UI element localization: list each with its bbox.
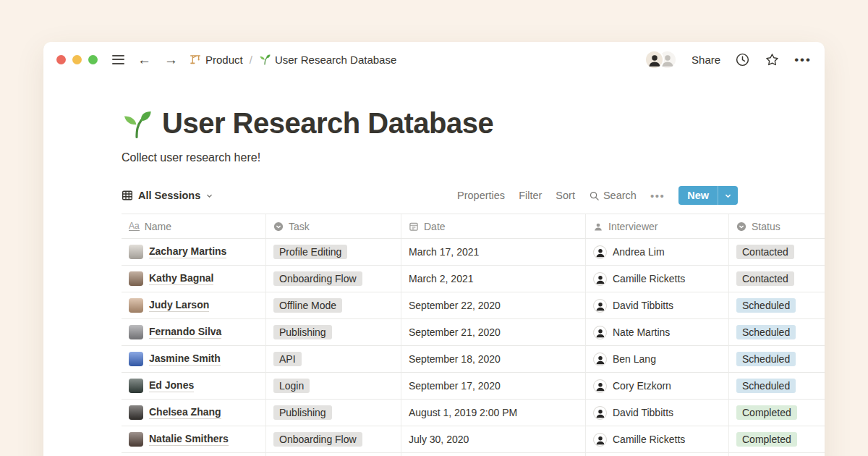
- page-description[interactable]: Collect user research here!: [122, 151, 825, 164]
- column-header-name[interactable]: Aa Name: [122, 214, 266, 238]
- interviewer-avatar: [593, 299, 607, 313]
- breadcrumb: Product / User Research Database: [190, 54, 396, 66]
- date-value: September 21, 2020: [409, 326, 501, 338]
- view-selector-label: All Sessions: [138, 190, 200, 201]
- menu-icon[interactable]: [112, 55, 124, 64]
- status-cell[interactable]: Scheduled: [729, 346, 825, 373]
- status-cell[interactable]: Contacted: [729, 266, 825, 292]
- seedling-icon[interactable]: [122, 109, 152, 139]
- column-header-task[interactable]: Task: [266, 214, 401, 238]
- status-cell[interactable]: Scheduled: [729, 319, 825, 346]
- page-title[interactable]: User Research Database: [162, 107, 493, 140]
- interviewer-cell[interactable]: Camille Ricketts: [586, 266, 729, 292]
- column-header-date[interactable]: Date: [401, 214, 586, 238]
- date-value: March 17, 2021: [409, 246, 479, 258]
- new-button-label[interactable]: New: [678, 186, 718, 205]
- new-button[interactable]: New: [678, 186, 738, 205]
- name-cell[interactable]: Jasmine Smith: [122, 346, 266, 373]
- task-cell[interactable]: Onboarding Flow: [266, 266, 401, 292]
- task-cell[interactable]: Offline Mode: [266, 292, 401, 319]
- person-photo-avatar: [129, 432, 143, 447]
- person-page-link[interactable]: Judy Larson: [149, 299, 209, 312]
- name-cell[interactable]: Natalie Smithers: [122, 426, 266, 453]
- name-cell[interactable]: Judy Larson: [122, 292, 266, 319]
- status-tag: Completed: [736, 432, 797, 447]
- status-cell[interactable]: Scheduled: [729, 292, 825, 319]
- date-cell[interactable]: July 30, 2020: [401, 426, 586, 453]
- new-button-caret[interactable]: [718, 186, 738, 205]
- breadcrumb-page[interactable]: User Research Database: [259, 54, 396, 66]
- date-cell[interactable]: September 21, 2020: [401, 319, 586, 346]
- collaborator-avatar[interactable]: [644, 50, 664, 69]
- task-cell[interactable]: Publishing: [266, 400, 401, 426]
- task-cell[interactable]: Onboarding Flow: [266, 426, 401, 453]
- interviewer-name: David Tibbitts: [613, 407, 673, 418]
- more-options-icon[interactable]: •••: [794, 54, 812, 66]
- date-cell[interactable]: March 17, 2021: [401, 239, 586, 266]
- date-cell[interactable]: September 22, 2020: [401, 292, 586, 319]
- properties-button[interactable]: Properties: [457, 190, 505, 201]
- name-cell[interactable]: Fernando Silva: [122, 319, 266, 346]
- task-cell[interactable]: API: [266, 346, 401, 373]
- zoom-window-button[interactable]: [88, 55, 98, 64]
- person-page-link[interactable]: Jasmine Smith: [149, 352, 221, 366]
- chevron-down-icon: [724, 192, 732, 200]
- interviewer-cell[interactable]: David Tibbitts: [586, 292, 729, 319]
- name-cell[interactable]: Ed Jones: [122, 373, 266, 400]
- column-label: Status: [752, 221, 780, 232]
- date-value: March 2, 2021: [409, 273, 474, 284]
- select-icon: [273, 221, 284, 232]
- name-cell[interactable]: Kathy Bagnal: [122, 266, 266, 292]
- person-page-link[interactable]: Ed Jones: [149, 379, 194, 392]
- status-cell[interactable]: Scheduled: [729, 373, 825, 400]
- status-cell[interactable]: Completed: [729, 400, 825, 426]
- share-button[interactable]: Share: [692, 54, 720, 66]
- person-page-link[interactable]: Chelsea Zhang: [149, 406, 221, 419]
- sort-button[interactable]: Sort: [556, 190, 575, 201]
- status-cell[interactable]: Completed: [729, 426, 825, 453]
- forward-arrow-icon[interactable]: →: [164, 53, 178, 67]
- interviewer-cell[interactable]: Ben Lang: [586, 346, 729, 373]
- task-cell[interactable]: Publishing: [266, 319, 401, 346]
- collaborator-avatars: [644, 50, 677, 69]
- breadcrumb-page-label: User Research Database: [275, 54, 396, 66]
- table-partial-row: [122, 453, 825, 456]
- date-cell[interactable]: March 2, 2021: [401, 266, 586, 292]
- filter-button[interactable]: Filter: [519, 190, 542, 201]
- interviewer-cell[interactable]: Camille Ricketts: [586, 426, 729, 453]
- name-cell[interactable]: Chelsea Zhang: [122, 400, 266, 426]
- task-cell[interactable]: Login: [266, 373, 401, 400]
- calendar-icon: [409, 221, 419, 232]
- view-more-icon[interactable]: •••: [650, 190, 665, 201]
- interviewer-cell[interactable]: Cory Etzkorn: [586, 373, 729, 400]
- status-tag: Scheduled: [736, 379, 796, 393]
- task-tag: Login: [273, 379, 310, 393]
- breadcrumb-workspace[interactable]: Product: [190, 54, 243, 66]
- column-header-interviewer[interactable]: Interviewer: [586, 214, 729, 238]
- person-page-link[interactable]: Fernando Silva: [149, 326, 221, 339]
- person-page-link[interactable]: Zachary Martins: [149, 245, 226, 258]
- interviewer-name: Camille Ricketts: [613, 434, 685, 445]
- star-icon[interactable]: [765, 52, 780, 67]
- interviewer-cell[interactable]: Andrea Lim: [586, 239, 729, 266]
- minimize-window-button[interactable]: [72, 55, 82, 64]
- person-page-link[interactable]: Kathy Bagnal: [149, 272, 213, 285]
- status-cell[interactable]: Contacted: [729, 239, 825, 266]
- clock-icon[interactable]: [735, 52, 750, 67]
- column-header-status[interactable]: Status: [729, 214, 825, 238]
- date-cell[interactable]: August 1, 2019 2:00 PM: [401, 400, 586, 426]
- interviewer-avatar: [593, 272, 607, 286]
- interviewer-cell[interactable]: Nate Martins: [586, 319, 729, 346]
- task-cell[interactable]: Profile Editing: [266, 239, 401, 266]
- table-header-row: Aa Name Task Date Intervi: [122, 214, 825, 239]
- back-arrow-icon[interactable]: ←: [137, 53, 151, 67]
- search-button[interactable]: Search: [589, 190, 637, 201]
- view-selector[interactable]: All Sessions: [122, 190, 213, 201]
- date-cell[interactable]: September 18, 2020: [401, 346, 586, 373]
- name-cell[interactable]: Zachary Martins: [122, 239, 266, 266]
- close-window-button[interactable]: [56, 55, 66, 64]
- date-cell[interactable]: September 17, 2020: [401, 373, 586, 400]
- person-page-link[interactable]: Natalie Smithers: [149, 433, 229, 446]
- person-photo-avatar: [129, 325, 143, 339]
- interviewer-cell[interactable]: David Tibbitts: [586, 400, 729, 426]
